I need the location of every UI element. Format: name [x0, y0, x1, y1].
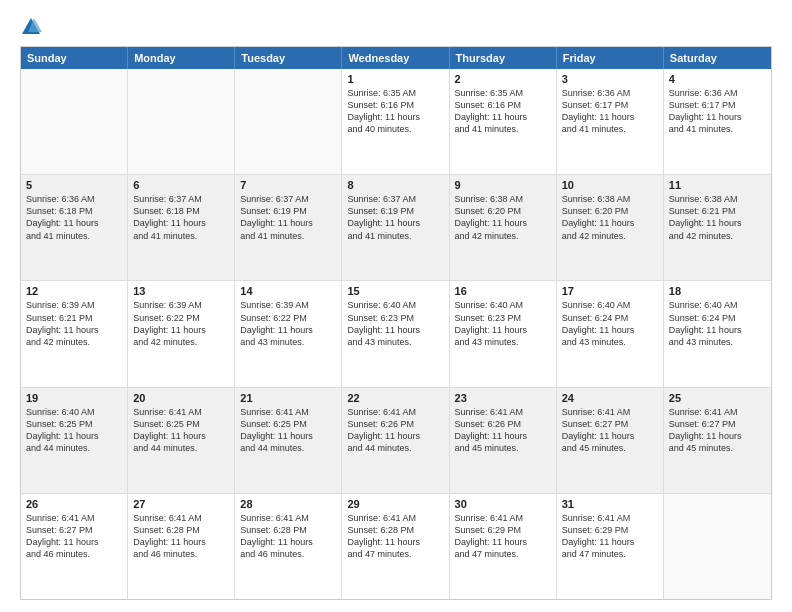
cell-info: Sunrise: 6:41 AMSunset: 6:27 PMDaylight:…: [562, 406, 658, 455]
cell-info: Sunrise: 6:40 AMSunset: 6:23 PMDaylight:…: [347, 299, 443, 348]
day-number: 8: [347, 179, 443, 191]
cal-cell: 29Sunrise: 6:41 AMSunset: 6:28 PMDayligh…: [342, 494, 449, 599]
cell-info: Sunrise: 6:41 AMSunset: 6:28 PMDaylight:…: [240, 512, 336, 561]
day-number: 12: [26, 285, 122, 297]
cal-cell: 12Sunrise: 6:39 AMSunset: 6:21 PMDayligh…: [21, 281, 128, 386]
cell-info: Sunrise: 6:40 AMSunset: 6:23 PMDaylight:…: [455, 299, 551, 348]
page: SundayMondayTuesdayWednesdayThursdayFrid…: [0, 0, 792, 612]
cell-info: Sunrise: 6:38 AMSunset: 6:20 PMDaylight:…: [455, 193, 551, 242]
header-day-thursday: Thursday: [450, 47, 557, 69]
day-number: 27: [133, 498, 229, 510]
day-number: 6: [133, 179, 229, 191]
day-number: 15: [347, 285, 443, 297]
cell-info: Sunrise: 6:35 AMSunset: 6:16 PMDaylight:…: [347, 87, 443, 136]
cal-cell: 4Sunrise: 6:36 AMSunset: 6:17 PMDaylight…: [664, 69, 771, 174]
cell-info: Sunrise: 6:40 AMSunset: 6:25 PMDaylight:…: [26, 406, 122, 455]
cal-cell: 9Sunrise: 6:38 AMSunset: 6:20 PMDaylight…: [450, 175, 557, 280]
day-number: 26: [26, 498, 122, 510]
cal-cell: [664, 494, 771, 599]
cell-info: Sunrise: 6:39 AMSunset: 6:21 PMDaylight:…: [26, 299, 122, 348]
header-day-tuesday: Tuesday: [235, 47, 342, 69]
cell-info: Sunrise: 6:37 AMSunset: 6:19 PMDaylight:…: [347, 193, 443, 242]
cal-cell: 11Sunrise: 6:38 AMSunset: 6:21 PMDayligh…: [664, 175, 771, 280]
cal-cell: 8Sunrise: 6:37 AMSunset: 6:19 PMDaylight…: [342, 175, 449, 280]
calendar: SundayMondayTuesdayWednesdayThursdayFrid…: [20, 46, 772, 600]
day-number: 11: [669, 179, 766, 191]
cal-cell: 14Sunrise: 6:39 AMSunset: 6:22 PMDayligh…: [235, 281, 342, 386]
cell-info: Sunrise: 6:41 AMSunset: 6:27 PMDaylight:…: [669, 406, 766, 455]
cell-info: Sunrise: 6:41 AMSunset: 6:25 PMDaylight:…: [133, 406, 229, 455]
calendar-row-0: 1Sunrise: 6:35 AMSunset: 6:16 PMDaylight…: [21, 69, 771, 174]
cell-info: Sunrise: 6:41 AMSunset: 6:29 PMDaylight:…: [455, 512, 551, 561]
header: [20, 16, 772, 38]
day-number: 28: [240, 498, 336, 510]
day-number: 16: [455, 285, 551, 297]
logo: [20, 16, 44, 38]
day-number: 21: [240, 392, 336, 404]
cal-cell: 17Sunrise: 6:40 AMSunset: 6:24 PMDayligh…: [557, 281, 664, 386]
cell-info: Sunrise: 6:37 AMSunset: 6:18 PMDaylight:…: [133, 193, 229, 242]
cal-cell: 20Sunrise: 6:41 AMSunset: 6:25 PMDayligh…: [128, 388, 235, 493]
cal-cell: 19Sunrise: 6:40 AMSunset: 6:25 PMDayligh…: [21, 388, 128, 493]
calendar-row-4: 26Sunrise: 6:41 AMSunset: 6:27 PMDayligh…: [21, 493, 771, 599]
logo-icon: [20, 16, 42, 38]
day-number: 7: [240, 179, 336, 191]
cal-cell: 16Sunrise: 6:40 AMSunset: 6:23 PMDayligh…: [450, 281, 557, 386]
cal-cell: 2Sunrise: 6:35 AMSunset: 6:16 PMDaylight…: [450, 69, 557, 174]
cal-cell: 21Sunrise: 6:41 AMSunset: 6:25 PMDayligh…: [235, 388, 342, 493]
day-number: 19: [26, 392, 122, 404]
day-number: 3: [562, 73, 658, 85]
day-number: 31: [562, 498, 658, 510]
cal-cell: [128, 69, 235, 174]
cal-cell: 31Sunrise: 6:41 AMSunset: 6:29 PMDayligh…: [557, 494, 664, 599]
day-number: 9: [455, 179, 551, 191]
cell-info: Sunrise: 6:41 AMSunset: 6:26 PMDaylight:…: [455, 406, 551, 455]
cal-cell: 22Sunrise: 6:41 AMSunset: 6:26 PMDayligh…: [342, 388, 449, 493]
calendar-header: SundayMondayTuesdayWednesdayThursdayFrid…: [21, 47, 771, 69]
cal-cell: 23Sunrise: 6:41 AMSunset: 6:26 PMDayligh…: [450, 388, 557, 493]
day-number: 20: [133, 392, 229, 404]
cal-cell: 3Sunrise: 6:36 AMSunset: 6:17 PMDaylight…: [557, 69, 664, 174]
cell-info: Sunrise: 6:40 AMSunset: 6:24 PMDaylight:…: [562, 299, 658, 348]
cell-info: Sunrise: 6:41 AMSunset: 6:28 PMDaylight:…: [133, 512, 229, 561]
header-day-wednesday: Wednesday: [342, 47, 449, 69]
cell-info: Sunrise: 6:36 AMSunset: 6:17 PMDaylight:…: [669, 87, 766, 136]
day-number: 17: [562, 285, 658, 297]
cell-info: Sunrise: 6:36 AMSunset: 6:17 PMDaylight:…: [562, 87, 658, 136]
cal-cell: 10Sunrise: 6:38 AMSunset: 6:20 PMDayligh…: [557, 175, 664, 280]
cell-info: Sunrise: 6:41 AMSunset: 6:29 PMDaylight:…: [562, 512, 658, 561]
header-day-monday: Monday: [128, 47, 235, 69]
day-number: 13: [133, 285, 229, 297]
cal-cell: [235, 69, 342, 174]
day-number: 14: [240, 285, 336, 297]
cell-info: Sunrise: 6:36 AMSunset: 6:18 PMDaylight:…: [26, 193, 122, 242]
day-number: 29: [347, 498, 443, 510]
cal-cell: 28Sunrise: 6:41 AMSunset: 6:28 PMDayligh…: [235, 494, 342, 599]
cal-cell: 5Sunrise: 6:36 AMSunset: 6:18 PMDaylight…: [21, 175, 128, 280]
day-number: 5: [26, 179, 122, 191]
calendar-body: 1Sunrise: 6:35 AMSunset: 6:16 PMDaylight…: [21, 69, 771, 599]
calendar-row-2: 12Sunrise: 6:39 AMSunset: 6:21 PMDayligh…: [21, 280, 771, 386]
cal-cell: 26Sunrise: 6:41 AMSunset: 6:27 PMDayligh…: [21, 494, 128, 599]
header-day-sunday: Sunday: [21, 47, 128, 69]
cell-info: Sunrise: 6:41 AMSunset: 6:26 PMDaylight:…: [347, 406, 443, 455]
cal-cell: 15Sunrise: 6:40 AMSunset: 6:23 PMDayligh…: [342, 281, 449, 386]
cell-info: Sunrise: 6:37 AMSunset: 6:19 PMDaylight:…: [240, 193, 336, 242]
cal-cell: 7Sunrise: 6:37 AMSunset: 6:19 PMDaylight…: [235, 175, 342, 280]
calendar-row-1: 5Sunrise: 6:36 AMSunset: 6:18 PMDaylight…: [21, 174, 771, 280]
day-number: 2: [455, 73, 551, 85]
cal-cell: 25Sunrise: 6:41 AMSunset: 6:27 PMDayligh…: [664, 388, 771, 493]
cell-info: Sunrise: 6:41 AMSunset: 6:25 PMDaylight:…: [240, 406, 336, 455]
cal-cell: 24Sunrise: 6:41 AMSunset: 6:27 PMDayligh…: [557, 388, 664, 493]
day-number: 10: [562, 179, 658, 191]
calendar-row-3: 19Sunrise: 6:40 AMSunset: 6:25 PMDayligh…: [21, 387, 771, 493]
cal-cell: 18Sunrise: 6:40 AMSunset: 6:24 PMDayligh…: [664, 281, 771, 386]
cell-info: Sunrise: 6:39 AMSunset: 6:22 PMDaylight:…: [240, 299, 336, 348]
day-number: 4: [669, 73, 766, 85]
day-number: 30: [455, 498, 551, 510]
cal-cell: 27Sunrise: 6:41 AMSunset: 6:28 PMDayligh…: [128, 494, 235, 599]
cell-info: Sunrise: 6:39 AMSunset: 6:22 PMDaylight:…: [133, 299, 229, 348]
day-number: 25: [669, 392, 766, 404]
cell-info: Sunrise: 6:41 AMSunset: 6:28 PMDaylight:…: [347, 512, 443, 561]
cell-info: Sunrise: 6:41 AMSunset: 6:27 PMDaylight:…: [26, 512, 122, 561]
